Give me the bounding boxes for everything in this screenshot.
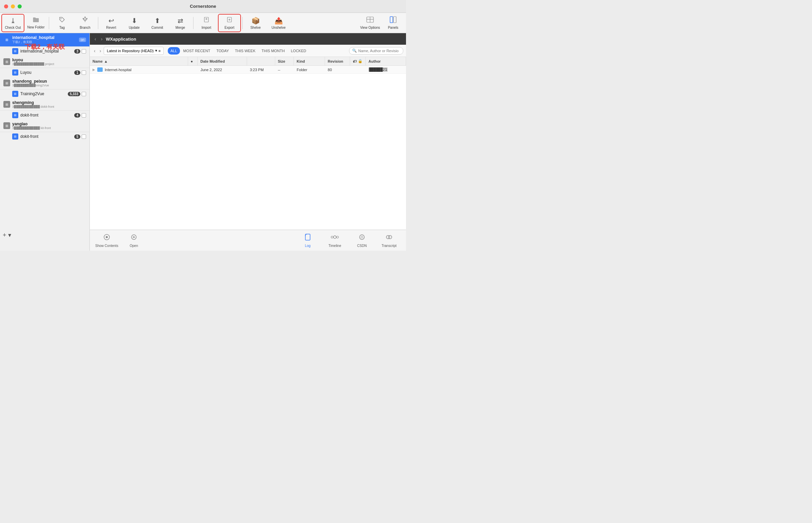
sub-item-name-training2vue: Training2Vue	[20, 91, 45, 96]
branch-label: Branch	[80, 26, 90, 30]
col-header-size[interactable]: Size	[275, 57, 294, 65]
badge-international-hospital: 3	[74, 49, 80, 54]
timeline-button[interactable]: Timeline	[321, 233, 348, 248]
svg-point-23	[334, 236, 336, 238]
filter-back-button[interactable]: ‹	[92, 48, 97, 54]
table-header: Name ▲ ● Date Modified Size Kind Revisio…	[90, 57, 406, 66]
maximize-button[interactable]	[18, 4, 22, 8]
branch-selector-label: Latest in Repository (HEAD)	[107, 49, 154, 53]
checkbox-luyou[interactable]	[82, 70, 86, 75]
forward-button[interactable]: ›	[100, 36, 104, 42]
checkbox-yanglao[interactable]	[82, 134, 86, 139]
commit-icon: ⬆	[155, 17, 160, 25]
checkbox-international-hospital[interactable]	[82, 49, 86, 54]
filter-most-recent[interactable]: MOST RECENT	[181, 47, 213, 55]
table-row[interactable]: ▶ Internet-hospital June 2, 2022 3:23 PM…	[90, 66, 406, 74]
checkbox-training2vue[interactable]	[82, 92, 86, 96]
col-header-date-modified[interactable]: Date Modified	[198, 57, 247, 65]
col-name-label: Name	[92, 59, 103, 64]
sub-item-name-luyou: Luyou	[20, 70, 32, 75]
unshelve-icon: 📤	[275, 17, 283, 25]
svg-line-20	[133, 237, 135, 238]
cell-time: 3:23 PM	[247, 68, 275, 72]
sidebar-sub-item-international-hospital[interactable]: ⊞ international_hospital 3	[0, 47, 89, 56]
view-options-button[interactable]: View Options	[358, 14, 382, 32]
show-contents-button[interactable]: Show Contents	[93, 233, 120, 248]
sidebar-item-shandong-peixun[interactable]: ⊞ shandong_peixun 3██████████ining2Vue	[0, 77, 89, 89]
transcript-button[interactable]: Transcript	[375, 233, 403, 248]
col-header-kind[interactable]: Kind	[294, 57, 325, 65]
open-label: Open	[130, 244, 138, 248]
filter-this-month[interactable]: THIS MONTH	[259, 47, 287, 55]
transcript-label: Transcript	[382, 244, 396, 248]
unshelve-label: Unshelve	[271, 26, 286, 30]
col-header-revision[interactable]: Revision	[325, 57, 350, 65]
transcript-icon	[385, 233, 393, 243]
filter-forward-button[interactable]: ›	[98, 48, 103, 54]
merge-button[interactable]: ⇄ Merge	[169, 14, 192, 32]
unshelve-button[interactable]: 📤 Unshelve	[267, 14, 290, 32]
panels-button[interactable]: Panels	[382, 14, 405, 32]
bottom-bar: Show Contents Open	[90, 230, 406, 251]
sub-icon-yanglao: ⊞	[12, 133, 18, 140]
revert-button[interactable]: ↩ Revert	[100, 14, 123, 32]
row-expand-icon[interactable]: ▶	[92, 68, 95, 71]
sidebar-sub-item-yanglao[interactable]: ⊞ dokit-front 5	[0, 132, 89, 141]
repo-icon-luyou: ⊞	[3, 58, 10, 65]
new-folder-button[interactable]: New Folder	[24, 14, 48, 32]
international-hospital-url: 下载2，有关联	[12, 40, 55, 44]
badge-shengming: 4	[74, 113, 80, 118]
csdn-button[interactable]: CSDN	[348, 233, 375, 248]
update-label: Update	[129, 26, 140, 30]
window-controls	[4, 4, 22, 8]
shelve-label: Shelve	[250, 26, 261, 30]
add-repository-button[interactable]: + ▾	[3, 231, 11, 239]
checkbox-shengming[interactable]	[82, 113, 86, 118]
open-icon	[130, 233, 138, 243]
filter-locked[interactable]: LOCKED	[288, 47, 309, 55]
commit-button[interactable]: ⬆ Commit	[146, 14, 169, 32]
panels-icon	[390, 16, 396, 25]
sidebar-item-yanglao[interactable]: ⊞ yanglao 3████████████ kit-front	[0, 120, 89, 132]
svg-point-4	[86, 18, 87, 19]
shandong-peixun-name: shandong_peixun	[12, 79, 49, 84]
svg-point-3	[83, 18, 84, 19]
open-button[interactable]: Open	[120, 233, 147, 248]
commit-label: Commit	[152, 26, 163, 30]
close-button[interactable]	[4, 4, 8, 8]
filter-today[interactable]: TODAY	[213, 47, 231, 55]
shengming-url: 3████████████ dokit-front	[12, 105, 54, 108]
sub-icon-training2vue: ⊞	[12, 91, 18, 97]
filter-this-week[interactable]: THIS WEEK	[232, 47, 258, 55]
svg-point-24	[331, 236, 333, 238]
panels-label: Panels	[388, 26, 399, 30]
sidebar-sub-item-training2vue[interactable]: ⊞ Training2Vue 5,333	[0, 89, 89, 98]
export-button[interactable]: Export	[218, 14, 241, 32]
filter-bar: ‹ › Latest in Repository (HEAD) ▾ ≡ ALL …	[90, 45, 406, 57]
search-input[interactable]	[358, 49, 399, 53]
sidebar-item-international-hospital[interactable]: ⊞ international_hospital 下载2，有关联 on	[0, 33, 89, 47]
update-button[interactable]: ⬇ Update	[123, 14, 146, 32]
cell-size: --	[275, 68, 294, 72]
shelve-button[interactable]: 📦 Shelve	[244, 14, 267, 32]
revert-icon: ↩	[108, 17, 114, 25]
filter-all[interactable]: ALL	[168, 47, 180, 55]
branch-selector[interactable]: Latest in Repository (HEAD) ▾ ≡	[104, 47, 164, 55]
sidebar-sub-item-shengming[interactable]: ⊞ dokit-front 4	[0, 111, 89, 120]
sidebar-item-luyou[interactable]: ⊞ luyou 3██████████████ project	[0, 56, 89, 68]
col-header-author[interactable]: Author	[366, 57, 406, 65]
col-header-name[interactable]: Name ▲	[90, 57, 188, 65]
filter-tags: ALL MOST RECENT TODAY THIS WEEK THIS MON…	[168, 47, 309, 55]
sidebar-sub-item-luyou[interactable]: ⊞ Luyou 1	[0, 68, 89, 77]
minimize-button[interactable]	[11, 4, 15, 8]
branch-button[interactable]: Branch	[73, 14, 96, 32]
back-button[interactable]: ‹	[93, 36, 98, 42]
log-button[interactable]: Log	[294, 233, 321, 248]
new-folder-icon	[33, 17, 39, 24]
sidebar-item-shengming[interactable]: ⊞ shengming 3████████████ dokit-front	[0, 98, 89, 111]
repo-icon-international-hospital: ⊞	[3, 37, 10, 43]
import-button[interactable]: Import	[195, 14, 218, 32]
tag-button[interactable]: Tag	[51, 14, 73, 32]
yanglao-url: 3████████████ kit-front	[12, 126, 51, 130]
checkout-button[interactable]: ⤓ Check Out	[1, 14, 24, 32]
